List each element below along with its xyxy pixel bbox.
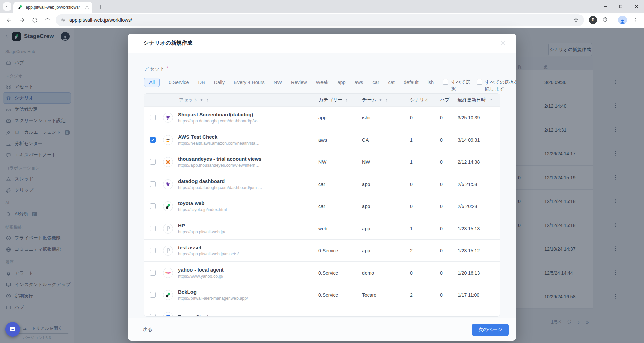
row-checkbox[interactable] (150, 226, 156, 231)
sort-ascending-icon[interactable] (488, 98, 493, 103)
asset-name: test asset (178, 245, 317, 250)
reload-button[interactable] (29, 14, 40, 26)
asset-hub-count: 0 (437, 292, 456, 298)
chat-icon (9, 326, 16, 333)
extensions-button[interactable] (599, 14, 611, 26)
kebab-menu-icon (632, 17, 638, 23)
address-bar[interactable]: app.pitwall-web.jp/workflows/ (56, 14, 584, 26)
row-checkbox[interactable] (150, 115, 156, 120)
asset-team: NW (361, 159, 406, 165)
row-checkbox[interactable] (150, 181, 156, 187)
table-row[interactable]: datadog dashboardhttps://app.datadoghq.c… (144, 173, 500, 195)
asset-scenario-count: 0 (406, 182, 437, 187)
row-checkbox[interactable] (150, 270, 156, 276)
category-column-header[interactable]: カテゴリー (318, 97, 342, 103)
window-minimize-button[interactable] (598, 0, 613, 13)
asset-team: demo (361, 270, 406, 276)
deselect-all-checkbox[interactable] (477, 79, 482, 85)
sort-icon[interactable] (205, 98, 210, 102)
asset-filter-chip[interactable]: default (404, 78, 419, 87)
table-row[interactable]: toyota webhttps://toyota.jp/index.htmlca… (144, 195, 500, 217)
asset-filter-chip[interactable]: Daily (214, 78, 225, 87)
person-icon (619, 18, 626, 24)
asset-filter-chip[interactable]: car (372, 78, 379, 87)
forward-button[interactable] (16, 14, 28, 26)
asset-filter-chips: All0.ServiceDBDailyEvery 4 HoursNWReview… (144, 78, 500, 92)
app-root: StageCrew StageCrew Hubハブスタジオアセットシナリオ受信者… (0, 28, 644, 343)
new-tab-button[interactable] (97, 3, 105, 11)
next-page-button[interactable]: 次のページ (472, 324, 509, 336)
browser-menu-button[interactable] (629, 14, 641, 26)
browser-profile-avatar[interactable] (618, 16, 627, 24)
asset-filter-chip[interactable]: NW (274, 78, 282, 87)
row-checkbox[interactable] (150, 159, 156, 165)
pitwall-extension-icon[interactable]: P (589, 16, 597, 24)
table-row[interactable]: Yahoo!JAPANyahoo - local agenthttps://ww… (144, 261, 500, 284)
asset-hub-count: 0 (437, 115, 456, 120)
sort-icon[interactable] (384, 98, 389, 102)
bookmark-star-icon[interactable] (573, 17, 579, 23)
asset-filter-chip[interactable]: Week (316, 78, 329, 87)
asset-team: CA (361, 137, 406, 143)
back-button[interactable]: 戻る (143, 327, 152, 333)
asset-category: web (317, 226, 361, 231)
asset-url: https://app.datadoghq.com/dashboard/jum-… (178, 185, 317, 190)
asset-filter-chip[interactable]: Review (291, 78, 307, 87)
table-row[interactable]: Tocaro Signin (144, 306, 500, 317)
select-all-checkbox[interactable] (443, 79, 448, 85)
thousandeyes-icon (163, 157, 173, 167)
select-all-label: すべて選択 (451, 79, 472, 92)
site-settings-icon[interactable] (60, 17, 66, 23)
asset-filter-chip[interactable]: Every 4 Hours (234, 78, 265, 87)
asset-filter-chip[interactable]: 0.Service (169, 78, 189, 87)
filter-icon[interactable] (200, 98, 203, 102)
asset-filter-chip[interactable]: cat (388, 78, 395, 87)
create-scenario-modal: シナリオの新規作成 アセット* All0.ServiceDBDailyEvery… (128, 34, 516, 341)
table-row[interactable]: thousandeyes - trial account viewshttps:… (144, 151, 500, 173)
chat-widget-button[interactable] (5, 322, 20, 337)
maximize-icon (619, 4, 623, 9)
table-row[interactable]: HPhttps://app.pitwall-web.jp/webapp101/2… (144, 217, 500, 239)
asset-url: https://health.aws.amazon.com/health/sta… (178, 141, 317, 146)
window-close-button[interactable] (629, 0, 644, 13)
tab-search-button[interactable] (3, 2, 11, 11)
row-checkbox[interactable] (150, 248, 156, 253)
browser-tab[interactable]: app.pitwall-web.jp/workflows/ (13, 2, 92, 13)
row-checkbox[interactable] (150, 314, 156, 317)
table-row[interactable]: Shop.ist Screenboard(datadog)https://app… (144, 106, 500, 129)
required-mark: * (166, 66, 168, 71)
asset-updated: 2/6 21:58 (456, 182, 500, 187)
asset-filter-chip[interactable]: ish (427, 78, 434, 87)
tab-close-icon[interactable] (84, 5, 90, 10)
table-row[interactable]: awsAWS Test Checkhttps://health.aws.amaz… (144, 129, 500, 151)
row-checkbox[interactable] (150, 137, 156, 143)
browser-toolbar: app.pitwall-web.jp/workflows/ P (0, 13, 644, 28)
aws-icon: aws (163, 135, 173, 145)
window-maximize-button[interactable] (613, 0, 629, 13)
home-button[interactable] (42, 14, 53, 26)
modal-close-button[interactable] (499, 40, 507, 47)
asset-team: ishii (361, 115, 406, 120)
toolbar-divider (614, 17, 614, 23)
row-checkbox[interactable] (150, 292, 156, 298)
modal-title: シナリオの新規作成 (143, 40, 192, 47)
deselect-all-group[interactable]: すべての選択を解除します (477, 79, 516, 92)
asset-filter-chip[interactable]: All (144, 78, 160, 87)
select-all-group[interactable]: すべて選択 (443, 79, 472, 92)
asset-column-header[interactable]: アセット (179, 97, 198, 103)
team-column-header[interactable]: チーム (362, 97, 377, 103)
tab-title: app.pitwall-web.jp/workflows/ (26, 5, 82, 10)
table-row[interactable]: test assethttps://app.pitwall-web.jp/ass… (144, 239, 500, 261)
asset-filter-chip[interactable]: aws (355, 78, 363, 87)
back-button[interactable] (3, 14, 15, 26)
filter-icon[interactable] (379, 98, 382, 102)
table-row[interactable]: BckLoghttps://pitwall-alert-manager.web.… (144, 284, 500, 306)
asset-scenario-count: 1 (406, 137, 437, 143)
sort-icon[interactable] (344, 98, 349, 102)
asset-filter-chip[interactable]: DB (198, 78, 205, 87)
row-checkbox[interactable] (150, 203, 156, 209)
updated-column-header[interactable]: 最終更新日時 (458, 97, 486, 103)
modal-header: シナリオの新規作成 (128, 34, 516, 53)
asset-url: https://pitwall-alert-manager.web.app/ (178, 296, 317, 301)
asset-filter-chip[interactable]: app (337, 78, 345, 87)
